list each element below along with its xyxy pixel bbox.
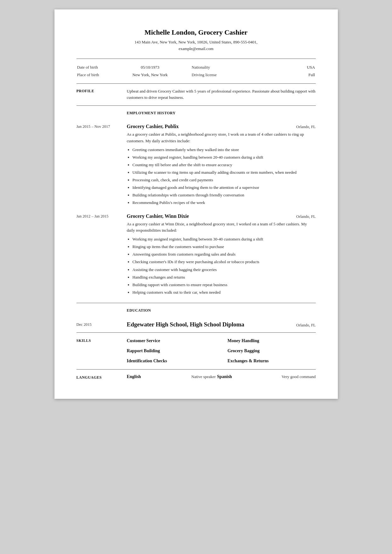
list-item: Utilizing the scanner to ring items up a… [133,169,316,176]
list-item: Working my assigned register, handling b… [133,154,316,161]
lang2-level: Very good command [281,374,315,379]
personal-info-table: Date of birth 05/10/1973 Nationality USA… [77,63,316,79]
skill-item-1: Money Handling [228,337,316,345]
education-title: EDUCATION [127,308,151,313]
resume-document: Michelle London, Grocery Cashier 143 Mai… [54,9,338,399]
languages-content: English Native speaker Spanish Very good… [127,374,316,380]
list-item: Checking customer's IDs if they were pur… [133,258,316,265]
job-entry-1: Jan 2015 – Nov 2017 Grocery Cashier, Pub… [77,124,316,207]
list-item: Greeting customers immediately when they… [133,146,316,153]
list-item: Handling exchanges and returns [133,274,316,281]
edu1-title: Edgewater High School, High School Diplo… [127,321,244,328]
job2-date: Jan 2012 – Jan 2015 [77,213,121,297]
lang1-level: Native speaker [191,374,216,379]
job2-header: Grocery Cashier, Winn Dixie Orlando, FL [127,213,316,219]
profile-section: PROFILE Upbeat and driven Grocery Cashie… [77,88,316,101]
dob-label: Date of birth [77,64,118,71]
employment-divider [77,303,316,303]
list-item: Building relationships with customers th… [133,192,316,199]
skills-grid: Customer Service Money Handling Rapport … [127,337,316,365]
list-item: Building rapport with customers to ensur… [133,281,316,288]
education-divider [77,332,316,333]
job1-description: As a grocery cashier at Publix, a neighb… [127,131,316,144]
skill-item-4: Identification Checks [127,357,215,365]
list-item: Recommending Publix's recipes of the wee… [133,199,316,206]
pob-label: Place of birth [77,71,118,78]
edu1-date: Dec 2015 [77,321,121,328]
personal-divider [77,83,316,84]
employment-header-row: EMPLOYMENT HISTORY [77,111,316,119]
resume-header: Michelle London, Grocery Cashier 143 Mai… [77,28,316,52]
profile-title: PROFILE [77,88,121,101]
list-item: Helping customers walk out to their car,… [133,289,316,296]
job1-header: Grocery Cashier, Publix Orlando, FL [127,124,316,129]
emp-spacer [77,111,121,119]
lang2-name: Spanish [217,374,280,379]
candidate-address: 143 Main Ave, New York, New York, 10026,… [77,39,316,52]
list-item: Processing cash, check, and credit card … [133,177,316,184]
edu1-content: Edgewater High School, High School Diplo… [127,321,316,328]
job2-bullets: Working my assigned register, handling b… [127,236,316,296]
edu-entry-1: Dec 2015 Edgewater High School, High Sch… [77,321,316,328]
job2-description: As a grocery cashier at Winn Dixie, a ne… [127,221,316,234]
lang1-name: English [127,374,190,379]
education-header-row: EDUCATION [77,308,316,317]
job1-bullets: Greeting customers immediately when they… [127,146,316,206]
list-item: Answering questions from customers regar… [133,251,316,258]
education-section: EDUCATION Dec 2015 Edgewater High School… [77,308,316,328]
skills-section: SKILLS Customer Service Money Handling R… [77,337,316,365]
driving-label: Driving license [182,71,233,78]
skills-title: SKILLS [77,337,121,365]
list-item: Ringing up items that the customers want… [133,243,316,250]
job1-title: Grocery Cashier, Publix [127,124,179,129]
candidate-name: Michelle London, Grocery Cashier [77,28,316,37]
job1-content: Grocery Cashier, Publix Orlando, FL As a… [127,124,316,207]
job1-date: Jan 2015 – Nov 2017 [77,124,121,207]
skills-divider [77,369,316,370]
edu1-location: Orlando, FL [296,323,316,328]
list-item: Working my assigned register, handling b… [133,236,316,243]
dob-value: 05/10/1973 [119,64,182,71]
employment-section: EMPLOYMENT HISTORY Jan 2015 – Nov 2017 G… [77,111,316,297]
nationality-value: USA [233,64,315,71]
skill-item-5: Exchanges & Returns [228,357,316,365]
job1-location: Orlando, FL [296,125,316,129]
job2-content: Grocery Cashier, Winn Dixie Orlando, FL … [127,213,316,297]
job-entry-2: Jan 2012 – Jan 2015 Grocery Cashier, Win… [77,213,316,297]
header-divider [77,59,316,59]
skill-item-0: Customer Service [127,337,215,345]
skills-content: Customer Service Money Handling Rapport … [127,337,316,365]
job2-location: Orlando, FL [296,214,316,219]
profile-divider [77,105,316,106]
nationality-label: Nationality [182,64,233,71]
list-item: Assisting the customer with bagging thei… [133,266,316,273]
driving-value: Full [233,71,315,78]
employment-title: EMPLOYMENT HISTORY [127,111,176,116]
list-item: Identifying damaged goods and bringing t… [133,184,316,191]
pob-value: New York, New York [119,71,182,78]
list-item: Counting my till before and after the sh… [133,161,316,168]
job2-title: Grocery Cashier, Winn Dixie [127,213,189,219]
edu-spacer [77,308,121,317]
edu1-header: Edgewater High School, High School Diplo… [127,321,316,328]
languages-title: LANGUAGES [77,374,121,380]
skill-item-3: Grocery Bagging [228,347,316,355]
languages-section: LANGUAGES English Native speaker Spanish… [77,374,316,380]
skill-item-2: Rapport Building [127,347,215,355]
profile-text: Upbeat and driven Grocery Cashier with 5… [127,88,316,101]
